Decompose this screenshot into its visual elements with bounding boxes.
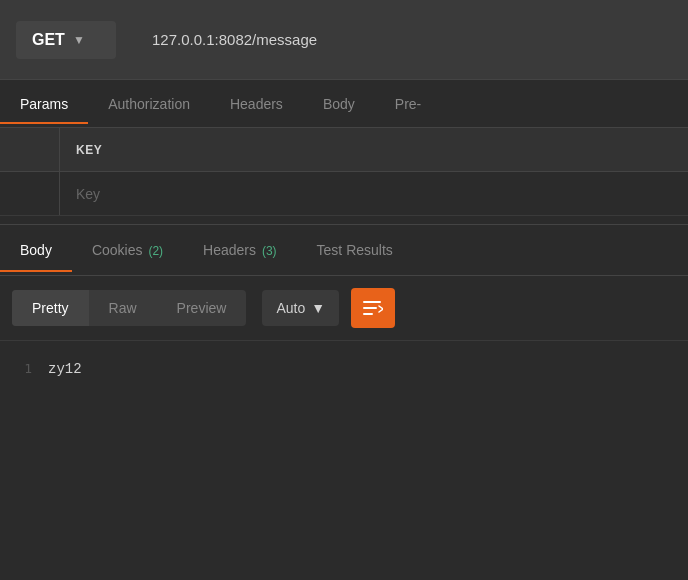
params-table-header: KEY [0,128,688,172]
cookies-badge: (2) [148,244,163,258]
header-checkbox-col [0,128,60,171]
response-toolbar: Pretty Raw Preview Auto ▼ [0,276,688,341]
headers-badge: (3) [262,244,277,258]
params-table: KEY Key [0,128,688,216]
row-checkbox-col [0,172,60,215]
line-content: zy12 [48,361,82,377]
key-input-placeholder[interactable]: Key [60,186,116,202]
method-selector[interactable]: GET ▼ [16,21,116,59]
tab-test-results[interactable]: Test Results [297,228,413,272]
tab-body-request[interactable]: Body [303,84,375,124]
tab-cookies[interactable]: Cookies (2) [72,228,183,272]
tab-authorization[interactable]: Authorization [88,84,210,124]
auto-format-select[interactable]: Auto ▼ [262,290,339,326]
wrap-button[interactable] [351,288,395,328]
svg-rect-2 [363,313,373,315]
format-tab-preview[interactable]: Preview [157,290,247,326]
tab-pre[interactable]: Pre- [375,84,441,124]
tab-headers[interactable]: Headers [210,84,303,124]
code-line: 1 zy12 [0,357,688,381]
svg-rect-0 [363,301,381,303]
code-output-area: 1 zy12 [0,341,688,397]
request-tabs: Params Authorization Headers Body Pre- [0,80,688,128]
method-label: GET [32,31,65,49]
chevron-down-icon: ▼ [311,300,325,316]
url-input[interactable] [132,21,672,58]
params-row: Key [0,172,688,216]
response-tabs: Body Cookies (2) Headers (3) Test Result… [0,224,688,276]
wrap-icon [363,300,383,316]
svg-rect-1 [363,307,377,309]
chevron-down-icon: ▼ [73,33,85,47]
format-tab-raw[interactable]: Raw [89,290,157,326]
tab-body-response[interactable]: Body [0,228,72,272]
tab-params[interactable]: Params [0,84,88,124]
format-tabs: Pretty Raw Preview [12,290,246,326]
line-number: 1 [0,361,48,376]
url-bar: GET ▼ [0,0,688,80]
tab-headers-response[interactable]: Headers (3) [183,228,296,272]
format-tab-pretty[interactable]: Pretty [12,290,89,326]
key-header: KEY [60,143,118,157]
